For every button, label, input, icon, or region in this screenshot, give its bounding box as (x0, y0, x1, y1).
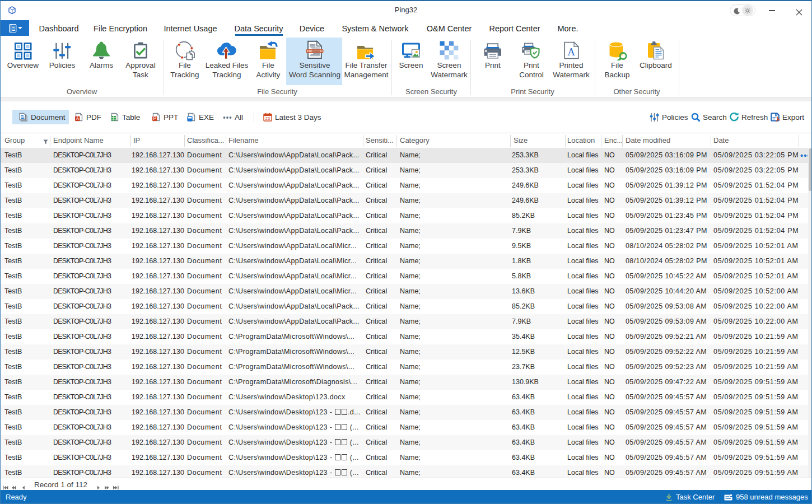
svg-text:A: A (76, 115, 80, 121)
svg-text:23: 23 (265, 116, 270, 121)
svg-text:P: P (153, 115, 156, 121)
svg-text:A: A (567, 46, 575, 58)
